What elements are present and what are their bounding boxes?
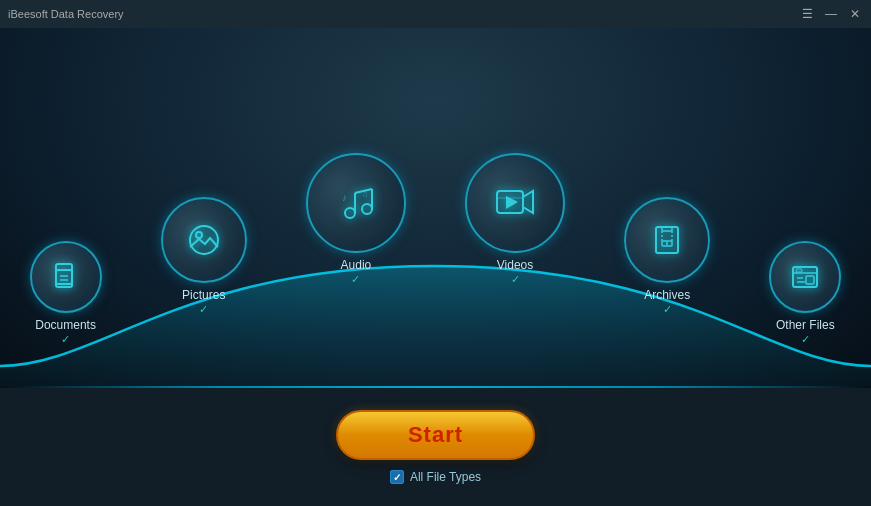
bottom-panel: Start All File Types: [0, 388, 871, 506]
documents-label: Documents: [35, 318, 96, 332]
svg-rect-0: [56, 264, 72, 284]
svg-rect-19: [662, 227, 672, 231]
icon-item-archives[interactable]: Archives ✓: [624, 197, 710, 316]
videos-icon: [493, 181, 537, 225]
pictures-check: ✓: [199, 303, 208, 316]
horizon-line: [0, 386, 871, 388]
minimize-button[interactable]: —: [823, 6, 839, 22]
icon-item-audio[interactable]: ♪ ♫ Audio ✓: [306, 153, 406, 286]
documents-check: ✓: [61, 333, 70, 346]
svg-rect-28: [806, 276, 814, 284]
pictures-label: Pictures: [182, 288, 225, 302]
pictures-icon: [185, 221, 223, 259]
file-type-icons: Documents ✓ Pictures ✓ ♪ ♫ A: [0, 28, 871, 386]
icon-item-other-files[interactable]: Other Files ✓: [769, 241, 841, 346]
svg-marker-15: [523, 191, 533, 213]
other-files-check: ✓: [801, 333, 810, 346]
audio-icon: ♪ ♫: [334, 181, 378, 225]
videos-label: Videos: [497, 258, 533, 272]
svg-point-6: [196, 232, 202, 238]
all-file-types-label: All File Types: [410, 470, 481, 484]
audio-check: ✓: [351, 273, 360, 286]
audio-circle: ♪ ♫: [306, 153, 406, 253]
archives-circle: [624, 197, 710, 283]
icon-item-videos[interactable]: Videos ✓: [465, 153, 565, 286]
archives-check: ✓: [663, 303, 672, 316]
svg-rect-25: [796, 269, 802, 272]
all-file-types-checkbox[interactable]: [390, 470, 404, 484]
documents-circle: [30, 241, 102, 313]
documents-icon: [50, 261, 82, 293]
archives-label: Archives: [644, 288, 690, 302]
icon-item-pictures[interactable]: Pictures ✓: [161, 197, 247, 316]
other-files-circle: [769, 241, 841, 313]
svg-point-5: [190, 226, 218, 254]
close-button[interactable]: ✕: [847, 6, 863, 22]
other-files-label: Other Files: [776, 318, 835, 332]
title-bar: iBeesoft Data Recovery ☰ — ✕: [0, 0, 871, 28]
other-files-icon: [789, 261, 821, 293]
svg-text:♫: ♫: [362, 190, 368, 199]
menu-button[interactable]: ☰: [799, 6, 815, 22]
window-controls: ☰ — ✕: [799, 6, 863, 22]
pictures-circle: [161, 197, 247, 283]
app-title: iBeesoft Data Recovery: [8, 8, 124, 20]
archives-icon: [648, 221, 686, 259]
icon-item-documents[interactable]: Documents ✓: [30, 241, 102, 346]
all-file-types-row: All File Types: [390, 470, 481, 484]
videos-check: ✓: [511, 273, 520, 286]
svg-point-8: [362, 204, 372, 214]
svg-text:♪: ♪: [342, 192, 347, 203]
audio-label: Audio: [341, 258, 372, 272]
start-button[interactable]: Start: [336, 410, 535, 460]
svg-point-7: [345, 208, 355, 218]
videos-circle: [465, 153, 565, 253]
